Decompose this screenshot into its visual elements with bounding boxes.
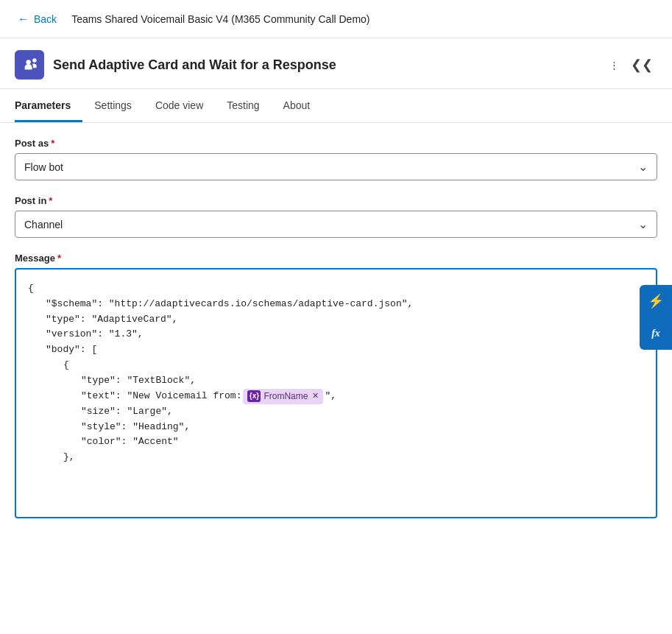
teams-icon: [21, 57, 38, 73]
code-line-1: {: [28, 281, 644, 297]
post-as-field-group: Post as * Flow bot ⌄: [15, 138, 657, 180]
more-options-button[interactable]: ⋮: [605, 55, 623, 75]
code-line-10: "style": "Heading",: [81, 420, 644, 435]
tab-settings[interactable]: Settings: [82, 89, 144, 122]
chevron-down-icon: ⌄: [638, 160, 648, 174]
tab-parameters[interactable]: Parameters: [15, 89, 82, 122]
line8-suffix: ",: [325, 389, 336, 404]
action-icon-container: [15, 50, 44, 80]
back-label: Back: [34, 13, 57, 25]
fx-button[interactable]: fx: [640, 317, 672, 350]
code-line-8: "text": "New Voicemail from: {x} FromNam…: [81, 389, 644, 404]
action-title: Send Adaptive Card and Wait for a Respon…: [53, 57, 605, 73]
post-in-value: Channel: [24, 219, 63, 230]
post-as-required: *: [51, 138, 54, 149]
nav-title: Teams Shared Voicemail Basic V4 (M365 Co…: [71, 13, 369, 25]
collapse-button[interactable]: ❮❮: [626, 52, 657, 77]
back-button[interactable]: ← Back: [12, 10, 63, 29]
post-as-label: Post as *: [15, 138, 657, 149]
tab-code-view[interactable]: Code view: [144, 89, 215, 122]
tabs-bar: Parameters Settings Code view Testing Ab…: [0, 89, 672, 123]
top-nav: ← Back Teams Shared Voicemail Basic V4 (…: [0, 0, 672, 38]
right-float-buttons: ⚡ fx: [640, 285, 672, 350]
post-in-field-group: Post in * Channel ⌄: [15, 195, 657, 238]
back-arrow-icon: ←: [18, 13, 29, 26]
post-as-value: Flow bot: [24, 161, 63, 173]
code-line-7: "type": "TextBlock",: [81, 373, 644, 389]
message-editor[interactable]: { "$schema": "http://adaptivecards.io/sc…: [15, 268, 657, 518]
code-line-12: },: [63, 450, 644, 465]
token-icon: {x}: [247, 390, 261, 402]
tab-about[interactable]: About: [272, 89, 322, 122]
line8-prefix: "text": "New Voicemail from:: [81, 389, 241, 404]
fx-icon: fx: [651, 328, 660, 339]
more-options-icon: ⋮: [609, 60, 619, 71]
main-content: Post as * Flow bot ⌄ Post in * Channel ⌄…: [0, 123, 672, 548]
collapse-icon: ❮❮: [631, 57, 653, 73]
post-in-dropdown[interactable]: Channel ⌄: [15, 211, 657, 238]
lightning-button[interactable]: ⚡: [640, 285, 672, 317]
tab-testing[interactable]: Testing: [215, 89, 271, 122]
message-field-group: Message * { "$schema": "http://adaptivec…: [15, 253, 657, 518]
message-label: Message *: [15, 253, 657, 264]
post-in-label: Post in *: [15, 195, 657, 206]
from-name-token[interactable]: {x} FromName ✕: [243, 389, 323, 404]
message-required: *: [57, 253, 61, 264]
chevron-down-icon-2: ⌄: [638, 217, 648, 231]
token-close-icon[interactable]: ✕: [312, 390, 319, 403]
code-line-9: "size": "Large",: [81, 404, 644, 420]
code-line-5: "body": [: [46, 342, 644, 358]
code-line-3: "type": "AdaptiveCard",: [46, 312, 644, 328]
code-line-2: "$schema": "http://adaptivecards.io/sche…: [46, 297, 644, 312]
post-as-dropdown[interactable]: Flow bot ⌄: [15, 153, 657, 180]
lightning-icon: ⚡: [648, 293, 664, 309]
action-header: Send Adaptive Card and Wait for a Respon…: [0, 38, 672, 89]
code-line-6: {: [63, 358, 644, 373]
post-in-required: *: [49, 195, 52, 206]
code-line-4: "version": "1.3",: [46, 327, 644, 342]
token-label: FromName: [264, 390, 308, 404]
code-line-11: "color": "Accent": [81, 434, 644, 450]
